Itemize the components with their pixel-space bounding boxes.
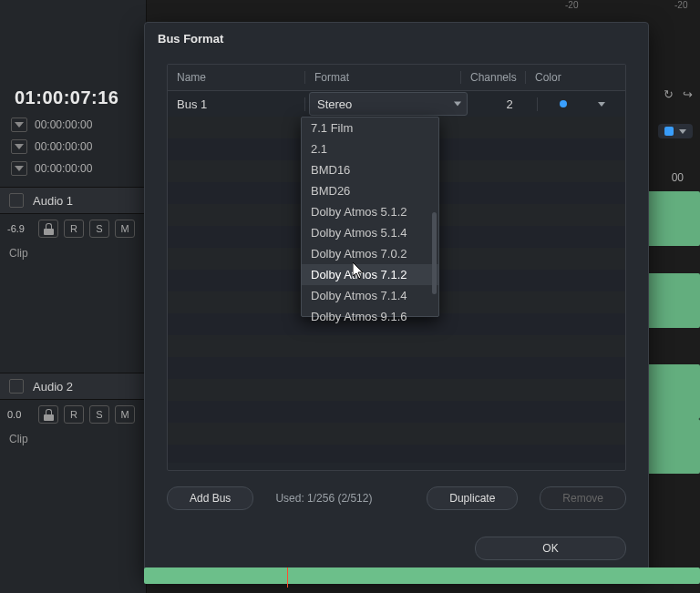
solo-button[interactable]: S [89, 405, 109, 424]
chevron-down-icon [598, 102, 605, 107]
track-select-checkbox[interactable] [9, 193, 24, 208]
track-level[interactable]: -6.9 [7, 223, 33, 234]
col-header-channels[interactable]: Channels [461, 71, 526, 84]
dropdown-scrollbar[interactable] [432, 212, 437, 294]
track-control-row: -6.9 R S M [0, 214, 146, 243]
format-option[interactable]: Dolby Atmos 7.0.2 [302, 243, 438, 264]
lock-button[interactable] [38, 220, 58, 238]
timeline-clip[interactable] [144, 567, 700, 584]
table-header-row: Name Format Channels Color [168, 65, 625, 91]
format-option[interactable]: BMD16 [302, 159, 438, 180]
ok-button[interactable]: OK [475, 537, 626, 560]
timecode-option-icon[interactable] [11, 139, 27, 154]
right-toolbar: ↻ ↪ [664, 87, 693, 101]
marker-color-chip[interactable] [658, 124, 693, 138]
format-option[interactable]: Dolby Atmos 7.1.2 [302, 264, 438, 285]
timecode-option-icon[interactable] [11, 118, 27, 132]
col-header-color[interactable]: Color [526, 71, 625, 84]
chevron-down-icon [679, 129, 686, 134]
track-header-audio2[interactable]: Audio 2 [0, 373, 146, 400]
color-cell[interactable] [538, 100, 625, 107]
main-timecode[interactable]: 01:00:07:16 [0, 78, 146, 114]
add-bus-button[interactable]: Add Bus [167, 486, 253, 510]
chevron-down-icon [454, 102, 461, 107]
track-header-audio1[interactable]: Audio 1 [0, 187, 146, 214]
waveform-clip [645, 364, 700, 419]
channels-cell: 2 [473, 97, 538, 111]
col-header-format[interactable]: Format [305, 71, 461, 84]
timeline-waveforms [645, 191, 700, 593]
table-footer: Add Bus Used: 1/256 (2/512) Duplicate Re… [167, 471, 626, 526]
duplicate-button[interactable]: Duplicate [427, 486, 518, 510]
timecode-value: 00:00:00:00 [35, 118, 92, 131]
color-swatch [560, 100, 567, 107]
marker-color-swatch [664, 127, 674, 136]
remove-button[interactable]: Remove [540, 486, 626, 510]
timecode-option-icon[interactable] [11, 161, 27, 176]
next-marker-icon[interactable]: ↪ [683, 87, 693, 101]
format-select[interactable]: Stereo [309, 92, 468, 116]
format-option[interactable]: Dolby Atmos 5.1.2 [302, 201, 438, 222]
track-level[interactable]: 0.0 [7, 409, 33, 420]
timecode-row: 00:00:00:00 [0, 114, 146, 136]
format-dropdown[interactable]: 7.1 Film2.1BMD16BMD26Dolby Atmos 5.1.2Do… [301, 117, 439, 317]
bus-name-cell[interactable]: Bus 1 [168, 97, 305, 111]
timecode-value: 00:00:00:00 [35, 140, 92, 153]
timecode-row: 00:00:00:00 [0, 136, 146, 158]
timecode-value: 00:00:00:00 [35, 162, 92, 175]
format-option[interactable]: Dolby Atmos 5.1.4 [302, 222, 438, 243]
table-row[interactable]: Bus 1 Stereo 2 [168, 91, 625, 117]
format-option[interactable]: Dolby Atmos 7.1.4 [302, 285, 438, 306]
track-select-checkbox[interactable] [9, 379, 24, 394]
used-label: Used: 1/256 (2/512) [275, 492, 372, 505]
ruler-tick: -20 [674, 0, 687, 10]
waveform-clip [645, 419, 700, 474]
waveform-clip [645, 191, 700, 246]
next-marker-label: 00 [672, 171, 684, 184]
format-selected-value: Stereo [317, 97, 352, 111]
record-arm-button[interactable]: R [64, 405, 84, 424]
format-option[interactable]: 7.1 Film [302, 118, 438, 138]
track-name: Audio 1 [33, 194, 73, 208]
format-option[interactable]: BMD26 [302, 180, 438, 201]
solo-button[interactable]: S [89, 220, 109, 238]
track-control-row: 0.0 R S M [0, 400, 146, 429]
playhead[interactable] [287, 567, 288, 588]
lock-button[interactable] [38, 405, 58, 424]
waveform-clip [645, 273, 700, 328]
mute-button[interactable]: M [115, 220, 135, 238]
track-name: Audio 2 [33, 380, 73, 394]
col-header-name[interactable]: Name [168, 71, 305, 84]
timecode-row: 00:00:00:00 [0, 158, 146, 179]
format-option[interactable]: 2.1 [302, 138, 438, 159]
mute-button[interactable]: M [115, 405, 135, 424]
record-arm-button[interactable]: R [64, 220, 84, 238]
dialog-title: Bus Format [145, 23, 648, 55]
track-mode[interactable]: Clip [0, 243, 146, 263]
left-panel: 01:00:07:16 00:00:00:00 00:00:00:00 00:0… [0, 0, 147, 593]
refresh-icon[interactable]: ↻ [664, 87, 674, 101]
format-option[interactable]: Dolby Atmos 9.1.6 [302, 306, 438, 327]
ruler-tick: -20 [565, 0, 578, 10]
track-mode[interactable]: Clip [0, 429, 146, 449]
